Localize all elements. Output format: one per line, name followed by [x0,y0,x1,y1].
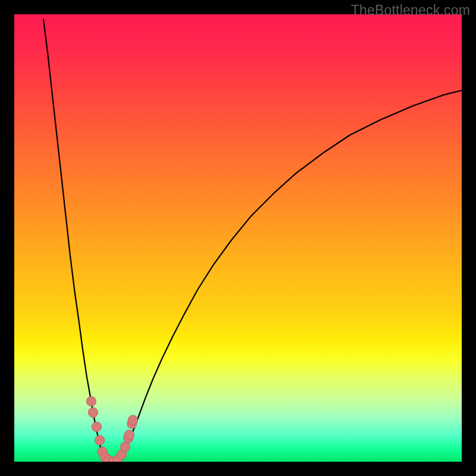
data-marker [124,430,134,440]
data-marker [95,436,104,445]
data-marker [88,408,98,417]
curve-right-branch [127,90,462,446]
data-marker [92,422,101,431]
chart-svg [14,14,462,462]
data-marker [128,415,137,425]
curve-left-branch [43,19,103,455]
data-marker [86,396,96,406]
data-marker [120,442,130,452]
data-markers [86,396,137,462]
